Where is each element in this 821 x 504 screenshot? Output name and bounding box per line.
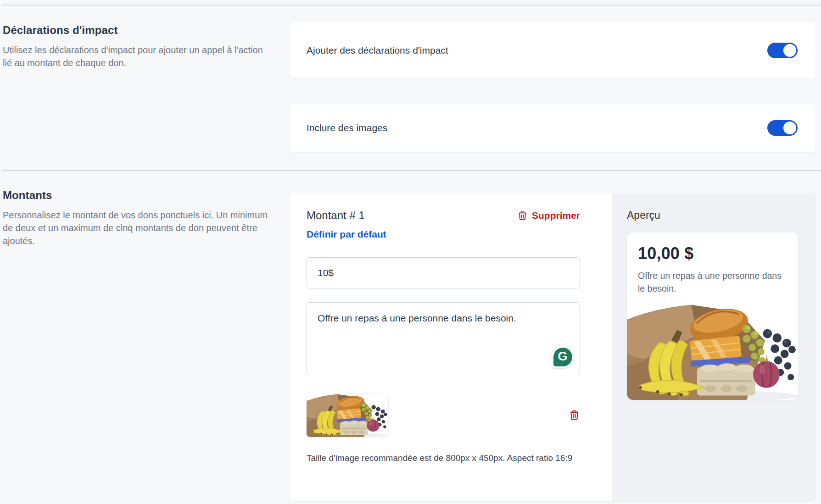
section-divider: [2, 170, 821, 171]
preview-amount: 10,00 $: [638, 244, 787, 263]
amount-card-title: Montant # 1: [307, 209, 365, 222]
preview-title: Aperçu: [627, 209, 798, 222]
top-divider: [2, 5, 821, 6]
trash-icon: [517, 210, 528, 221]
amount-edit-pane: Montant # 1 Supprimer Définir par défaut…: [290, 194, 612, 501]
preview-panel: Aperçu 10,00 $ Offre un repas à une pers…: [612, 194, 815, 501]
add-impact-statements-label: Ajouter des déclarations d'impact: [307, 45, 448, 56]
image-size-hint: Taille d'image recommandée est de 800px …: [307, 451, 580, 465]
include-images-toggle[interactable]: [767, 120, 798, 136]
groceries-image: [307, 393, 388, 437]
toggle-knob: [783, 122, 796, 134]
impact-section-description: Utilisez les déclarations d'impact pour …: [3, 44, 271, 69]
toggle-knob: [783, 44, 796, 57]
amount-card: Montant # 1 Supprimer Définir par défaut…: [290, 194, 815, 501]
preview-card: 10,00 $ Offre un repas à une personne da…: [627, 233, 798, 400]
set-default-link[interactable]: Définir par défaut: [307, 229, 386, 240]
trash-icon: [569, 410, 580, 421]
amounts-section-info: Montants Personnalisez le montant de vos…: [3, 189, 271, 247]
grammarly-icon[interactable]: G: [551, 345, 574, 368]
impact-section-title: Déclarations d'impact: [3, 24, 271, 37]
delete-image-button[interactable]: [569, 410, 580, 421]
preview-image: [627, 303, 798, 400]
include-images-card: Inclure des images: [290, 104, 815, 152]
add-impact-statements-card: Ajouter des déclarations d'impact: [290, 22, 815, 78]
include-images-label: Inclure des images: [307, 122, 387, 133]
impact-text-textarea[interactable]: Offre un repas à une personne dans le be…: [307, 302, 580, 374]
delete-amount-button[interactable]: Supprimer: [517, 210, 580, 221]
delete-amount-label: Supprimer: [532, 210, 580, 221]
groceries-image: [627, 303, 798, 400]
amount-input[interactable]: [307, 257, 580, 288]
grammarly-letter: G: [553, 348, 572, 366]
add-impact-statements-toggle[interactable]: [767, 43, 798, 58]
amounts-section-description: Personnalisez le montant de vos dons pon…: [3, 209, 271, 247]
amounts-section-title: Montants: [3, 189, 271, 202]
amount-image-thumbnail: [307, 393, 388, 437]
preview-impact-text: Offre un repas à une personne dans le be…: [638, 270, 787, 295]
impact-section-info: Déclarations d'impact Utilisez les décla…: [3, 24, 271, 69]
